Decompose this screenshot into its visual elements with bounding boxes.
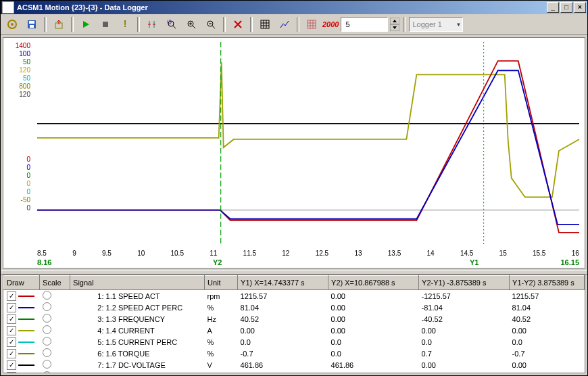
draw-checkbox[interactable]: ✓ (7, 314, 16, 324)
unit-cell: % (205, 348, 238, 359)
signal-name: 1.8 ENCODER 1 SPEED (106, 373, 201, 374)
logger-select[interactable]: Logger 1 (409, 17, 463, 32)
scale-radio[interactable] (43, 337, 51, 346)
table-row[interactable]: ✓ 6: 1.6 TORQUE%-0.70.00.7-0.7 (4, 348, 585, 359)
table-row[interactable]: ✓ 7: 1.7 DC-VOLTAGEV461.86461.860.000.00 (4, 359, 585, 371)
table-row[interactable]: ✓ 1: 1.1 SPEED ACTrpm1215.570.00-1215.57… (4, 290, 585, 302)
unit-cell: A (205, 325, 238, 336)
app-icon (2, 1, 14, 14)
x-range-end: 16.15 (560, 258, 579, 266)
scale-radio[interactable] (43, 360, 51, 369)
diff2-cell: 0.00 (510, 359, 585, 371)
stop-button[interactable] (97, 16, 114, 33)
x-axis-labels: 8.599.51010.51111.51212.51313.51414.5151… (37, 250, 579, 257)
signal-name: 1.3 FREQUENCY (106, 315, 201, 323)
close-button[interactable]: × (574, 2, 586, 13)
draw-checkbox[interactable]: ✓ (7, 360, 16, 370)
scale-radio[interactable] (43, 371, 51, 373)
save-button[interactable] (23, 16, 41, 33)
scale-radio[interactable] (43, 291, 51, 300)
diff-cell: 0.00 (419, 371, 510, 373)
minimize-button[interactable]: _ (547, 2, 559, 13)
diff2-cell: 40.52 (510, 313, 585, 325)
table-view-button[interactable] (256, 16, 274, 33)
zoom-out-button[interactable] (202, 16, 220, 33)
draw-checkbox[interactable]: ✓ (7, 372, 16, 374)
scale-radio[interactable] (43, 348, 51, 357)
y2-cell: 461.86 (328, 359, 419, 371)
chart-area[interactable]: 1400100501205080012000000-500 8.599.5101… (3, 37, 585, 268)
y2-cell: 0.00 (328, 313, 419, 325)
diff2-cell: 0.00 (510, 325, 585, 336)
cursor-tool-button[interactable] (143, 16, 161, 33)
unit-cell: rpm (205, 290, 238, 302)
svg-rect-6 (103, 22, 108, 27)
diff2-cell: 81.04 (510, 302, 585, 313)
col-y1y2[interactable]: Y1-Y2) 3.875389 s (510, 276, 585, 290)
draw-checkbox[interactable]: ✓ (7, 291, 16, 301)
diff-cell: 0.00 (419, 325, 510, 336)
draw-checkbox[interactable]: ✓ (7, 303, 16, 312)
play-button[interactable] (77, 16, 95, 33)
signal-name: 1.1 SPEED ACT (106, 292, 201, 300)
zoom-area-button[interactable] (163, 16, 180, 33)
table-row[interactable]: ✓ 5: 1.5 CURRENT PERC%0.00.00.00.0 (4, 336, 585, 348)
diff-cell: 0.7 (419, 348, 510, 359)
col-y2[interactable]: Y2) X=10.867988 s (328, 276, 419, 290)
signal-name: 1.2 SPEED ACT PERC (106, 304, 201, 312)
draw-checkbox[interactable]: ✓ (7, 349, 16, 358)
col-unit[interactable]: Unit (205, 276, 238, 290)
diff2-cell: 0.0 (510, 336, 585, 348)
x-range-start: 8.16 (37, 258, 51, 266)
unit-cell: V (205, 359, 238, 371)
signal-name: 1.4 CURRENT (106, 327, 201, 335)
number-field[interactable] (341, 17, 388, 32)
grid-button[interactable] (303, 16, 320, 33)
draw-checkbox[interactable]: ✓ (7, 337, 16, 347)
y2-cell: 0.00 (328, 371, 419, 373)
scale-radio[interactable] (43, 314, 51, 323)
maximize-button[interactable]: □ (560, 2, 572, 13)
col-y1[interactable]: Y1) X=14.743377 s (238, 276, 328, 290)
table-row[interactable]: ✓ 8: 1.8 ENCODER 1 SPEEDrpm0.000.000.000… (4, 371, 585, 373)
plot-canvas[interactable] (37, 42, 579, 246)
table-header-row: Draw Scale Signal Unit Y1) X=14.743377 s… (4, 276, 585, 290)
col-scale[interactable]: Scale (40, 276, 70, 290)
spinner-buttons[interactable] (390, 18, 399, 31)
export-button[interactable] (50, 16, 68, 33)
diff-cell: -1215.57 (419, 290, 510, 302)
diff2-cell: 1215.57 (510, 290, 585, 302)
diff-cell: -40.52 (419, 313, 510, 325)
y2-cell: 0.00 (328, 302, 419, 313)
diff-cell: 0.00 (419, 359, 510, 371)
scale-radio[interactable] (43, 302, 51, 311)
diff-cell: -81.04 (419, 302, 510, 313)
col-y2y1[interactable]: Y2-Y1) -3.875389 s (419, 276, 510, 290)
col-signal[interactable]: Signal (70, 276, 205, 290)
scale-radio[interactable] (43, 325, 51, 334)
y2-cursor-label: Y2 (213, 258, 222, 266)
trigger-button[interactable]: ! (116, 16, 134, 33)
zoom-in-button[interactable] (182, 16, 200, 33)
y1-cell: 81.04 (238, 302, 328, 313)
table-row[interactable]: ✓ 2: 1.2 SPEED ACT PERC%81.040.00-81.048… (4, 302, 585, 313)
svg-rect-3 (29, 21, 34, 24)
table-row[interactable]: ✓ 3: 1.3 FREQUENCYHz40.520.00-40.5240.52 (4, 313, 585, 325)
chart-view-button[interactable] (276, 16, 293, 33)
titlebar: ACSM1 Motion {23}-{3} - Data Logger _ □ … (1, 1, 587, 14)
settings-button[interactable] (3, 16, 21, 33)
col-draw[interactable]: Draw (4, 276, 40, 290)
window-title: ACSM1 Motion {23}-{3} - Data Logger (17, 3, 148, 11)
y-axis-labels: 1400100501205080012000000-500 (5, 42, 30, 212)
y1-cell: 0.00 (238, 371, 328, 373)
svg-rect-12 (261, 20, 269, 28)
row-index: 1: (97, 292, 103, 300)
row-index: 5: (97, 338, 103, 346)
y1-cursor-label: Y1 (470, 258, 479, 266)
number-input[interactable] (344, 20, 385, 29)
svg-text:!: ! (124, 19, 127, 29)
svg-rect-4 (30, 25, 34, 28)
draw-checkbox[interactable]: ✓ (7, 326, 16, 335)
clear-button[interactable] (229, 16, 247, 33)
table-row[interactable]: ✓ 4: 1.4 CURRENTA0.000.000.000.00 (4, 325, 585, 336)
